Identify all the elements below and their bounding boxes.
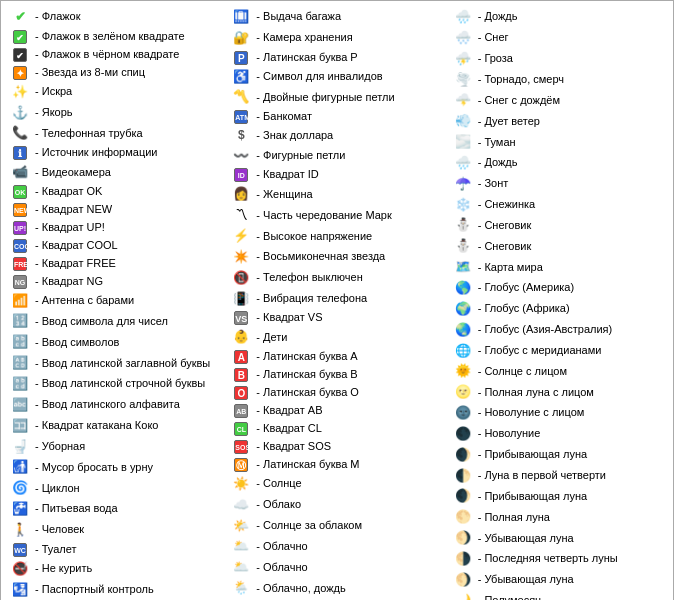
item-icon: 📳 — [230, 290, 252, 309]
item-icon: 〽️ — [230, 88, 252, 107]
item-icon: 🌥️ — [230, 558, 252, 577]
item-icon: 🗺️ — [452, 258, 474, 277]
item-label: - Квадрат FREE — [35, 256, 116, 272]
list-item: 🌖- Убывающая луна — [452, 570, 665, 591]
item-label: - Ввод латинского алфавита — [35, 397, 180, 413]
item-icon: ✦ — [9, 66, 31, 80]
item-label: - Человек — [35, 522, 84, 538]
item-icon: B — [230, 368, 252, 382]
item-label: - Латинская буква M — [256, 457, 359, 473]
list-item: 🚽- Уборная — [9, 437, 222, 458]
item-label: - Квадрат UP! — [35, 220, 105, 236]
list-item: ⛄- Снеговик — [452, 215, 665, 236]
item-icon: 🚽 — [9, 438, 31, 457]
item-label: - Туман — [478, 135, 516, 151]
item-icon: CL — [230, 422, 252, 436]
item-icon: OK — [9, 185, 31, 199]
list-item: WC- Туалет — [9, 541, 222, 559]
item-label: - Часть чередование Марк — [256, 208, 391, 224]
list-item: 🔡- Ввод латинской строчной буквы — [9, 374, 222, 395]
item-label: - Питьевая вода — [35, 501, 118, 517]
item-label: - Источник информации — [35, 145, 158, 161]
list-item: 🌐- Глобус с меридианами — [452, 341, 665, 362]
item-icon: 🔡 — [9, 333, 31, 352]
list-item: ☁️- Облако — [230, 495, 443, 516]
list-item: A- Латинская буква A — [230, 348, 443, 366]
item-icon: 🌒 — [452, 487, 474, 506]
item-label: - Банкомат — [256, 109, 312, 125]
item-label: - Дует ветер — [478, 114, 540, 130]
item-icon: 🌦️ — [230, 579, 252, 598]
list-item: 🔢- Ввод символа для чисел — [9, 311, 222, 332]
item-icon: Р — [230, 51, 252, 65]
list-item: ⚓- Якорь — [9, 103, 222, 124]
list-item: CL- Квадрат CL — [230, 420, 443, 438]
list-item: 🚮- Мусор бросать в урну — [9, 457, 222, 478]
item-icon: SOS — [230, 440, 252, 454]
item-icon: 〰️ — [230, 147, 252, 166]
item-label: - Дождь — [478, 155, 518, 171]
list-item: 📳- Вибрация телефона — [230, 289, 443, 310]
item-label: - Знак доллара — [256, 128, 333, 144]
item-icon: 📞 — [9, 124, 31, 143]
list-item: 🌪️- Торнадо, смерч — [452, 70, 665, 91]
list-item: Ⓜ- Латинская буква M — [230, 456, 443, 474]
list-item: 🌓- Луна в первой четверти — [452, 466, 665, 487]
list-item: 🌖- Убывающая луна — [452, 528, 665, 549]
item-label: - Снег — [478, 30, 509, 46]
item-label: - Телефонная трубка — [35, 126, 143, 142]
item-label: - Глобус (Азия-Австралия) — [478, 322, 613, 338]
item-label: - Полумесяц — [478, 593, 542, 600]
list-item: 🌤️- Солнце за облаком — [230, 516, 443, 537]
list-item: 👩- Женщина — [230, 184, 443, 205]
item-icon: ID — [230, 168, 252, 182]
list-item: 🚶- Человек — [9, 520, 222, 541]
list-item: ☂️- Зонт — [452, 174, 665, 195]
item-icon: ⛈️ — [452, 50, 474, 69]
item-icon: 🌗 — [452, 550, 474, 569]
item-label: - Глобус с меридианами — [478, 343, 602, 359]
list-item: 🌞- Солнце с лицом — [452, 361, 665, 382]
item-icon: 🚰 — [9, 500, 31, 519]
item-label: - Паспортный контроль — [35, 582, 154, 598]
list-item: 🌚- Новолуние с лицом — [452, 403, 665, 424]
item-icon: 🌐 — [452, 342, 474, 361]
item-icon: UP! — [9, 221, 31, 235]
item-label: - Квадрат катакана Коко — [35, 418, 158, 434]
item-icon: Ⓜ — [230, 458, 252, 472]
list-item: 🌙- Полумесяц — [452, 591, 665, 600]
list-item: O- Латинская буква O — [230, 384, 443, 402]
item-icon: 🚶 — [9, 521, 31, 540]
item-icon: 🚭 — [9, 560, 31, 579]
item-label: - Ввод латинской заглавной буквы — [35, 356, 210, 372]
list-item: ✨- Искра — [9, 82, 222, 103]
item-label: - Антенна с барами — [35, 293, 134, 309]
item-label: - Квадрат NG — [35, 274, 103, 290]
item-label: - Латинская буква O — [256, 385, 359, 401]
item-label: - Телефон выключен — [256, 270, 362, 286]
list-item: ⛈️- Гроза — [452, 49, 665, 70]
column-2: 🛄- Выдача багажа🔐- Камера храненияР- Лат… — [226, 5, 447, 600]
item-icon: ♿ — [230, 68, 252, 87]
item-label: - Снежинка — [478, 197, 535, 213]
item-icon: 🌨️ — [452, 29, 474, 48]
item-label: - Ввод символа для чисел — [35, 314, 168, 330]
item-label: - Латинская буква B — [256, 367, 357, 383]
item-icon: VS — [230, 311, 252, 325]
item-icon: 🛄 — [230, 8, 252, 27]
item-icon: 🌤️ — [230, 517, 252, 536]
item-label: - Солнце с лицом — [478, 364, 567, 380]
item-label: - Выдача багажа — [256, 9, 341, 25]
list-item: 📹- Видеокамера — [9, 162, 222, 183]
item-icon: $ — [230, 127, 252, 144]
column-1: ✔- Флажок✔- Флажок в зелёном квадрате✔- … — [5, 5, 226, 600]
list-item: ℹ- Источник информации — [9, 144, 222, 162]
list-item: ID- Квадрат ID — [230, 166, 443, 184]
item-icon: 🔠 — [9, 354, 31, 373]
item-label: - Уборная — [35, 439, 85, 455]
item-icon: 🌧️ — [452, 154, 474, 173]
item-icon: NEW — [9, 203, 31, 217]
list-item: ⛄- Снеговик — [452, 236, 665, 257]
item-icon: ⚡ — [230, 227, 252, 246]
item-icon: O — [230, 386, 252, 400]
